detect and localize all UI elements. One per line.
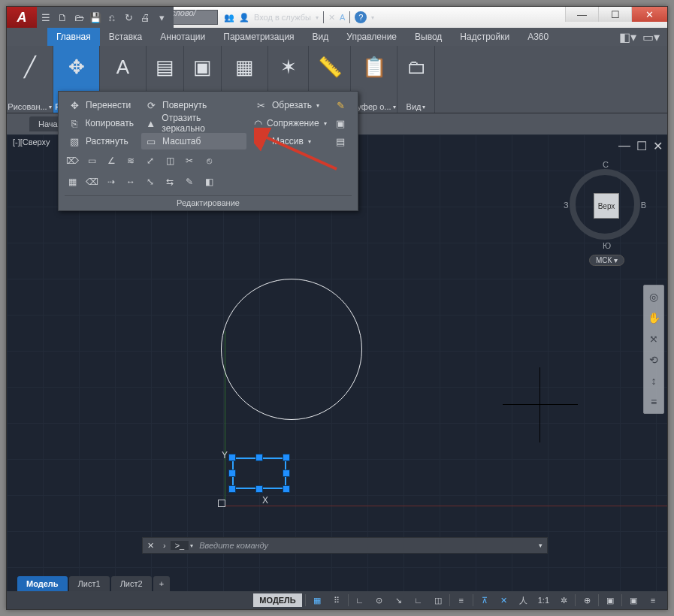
mi-7[interactable]: ⎋ [201,153,216,168]
panel-view[interactable]: 🗀 Вид▾ [397,46,435,113]
app-logo[interactable]: A [7,7,37,28]
mi-9[interactable]: ⌫ [84,174,99,189]
viewcube-north[interactable]: С [603,160,609,169]
mirror-command[interactable]: ▲ Отразить зеркально [141,111,246,135]
help-icon[interactable]: ? [355,11,367,23]
sb-annovisibility-toggle[interactable]: ✕ [496,593,512,608]
sb-workspace-toggle[interactable]: ✲ [555,593,572,608]
grip-mt[interactable] [255,454,263,461]
mi-0[interactable]: ⌦ [65,153,80,168]
tab-chooser-icon[interactable]: ◧▾ [619,30,636,44]
viewport-minimize-icon[interactable]: — [618,139,630,153]
tab-model[interactable]: Модель [17,576,68,591]
mi-2[interactable]: ∠ [104,153,119,168]
viewcube-face-top[interactable]: Верх [594,193,619,219]
array-command[interactable]: ⠿ Массив ▾ [251,133,326,149]
cmdline-history-icon[interactable]: › [159,541,171,550]
sb-osnap-toggle[interactable]: ◫ [430,593,446,608]
ucs-selector[interactable]: МСК ▾ [589,255,624,266]
sb-cleanscreen-toggle[interactable]: ▣ [625,593,642,608]
tab-a360[interactable]: A360 [518,28,558,46]
qat-redo-icon[interactable]: ↻ [121,10,136,25]
qat-undo-icon[interactable]: ⎌ [104,10,119,25]
tab-layout1[interactable]: Лист1 [69,576,110,591]
view-label[interactable]: [-][Сверху [13,137,50,146]
mi-13[interactable]: ⇆ [162,174,177,189]
circle-object[interactable] [221,279,362,420]
explode-command[interactable]: ▣ [331,115,350,131]
nav-orbit-icon[interactable]: ⟲ [645,352,662,368]
grip-mr[interactable] [283,470,290,477]
command-line[interactable]: ✕ › >_ ▾ Введите команду ▾ [142,537,548,554]
cmdline-close-icon[interactable]: ✕ [143,541,159,551]
move-command[interactable]: ✥ Перенести [65,97,137,113]
sb-modelspace[interactable]: МОДЕЛЬ [253,593,301,607]
qat-dropdown-icon[interactable]: ▾ [154,10,169,25]
erase-command[interactable]: ✎ [331,97,350,113]
mi-10[interactable]: ⇢ [104,174,119,189]
tab-layout2[interactable]: Лист2 [111,576,152,591]
ribbon-minimize-icon[interactable]: ▭▾ [642,30,660,44]
sb-ortho-toggle[interactable]: ∟ [352,593,368,608]
tab-insert[interactable]: Вставка [100,28,152,46]
mi-11[interactable]: ↔ [123,174,138,189]
copy-command[interactable]: ⎘ Копировать [65,115,137,131]
trim-command[interactable]: ✂ Обрезать ▾ [251,97,326,113]
viewport-close-icon[interactable]: ✕ [653,139,663,153]
mi-1[interactable]: ▭ [84,153,99,168]
tab-manage[interactable]: Управление [337,28,406,46]
stretch-command[interactable]: ▧ Растянуть [65,133,137,149]
tab-view[interactable]: Вид [304,28,338,46]
mi-8[interactable]: ▦ [65,174,80,189]
tab-add[interactable]: + [153,576,170,591]
mi-15[interactable]: ◧ [201,174,216,189]
exchange-icon[interactable]: ✕ [328,13,335,23]
minimize-button[interactable]: — [565,7,598,22]
mi-14[interactable]: ✎ [182,174,197,189]
cmdline-expand-icon[interactable]: ▾ [534,542,547,549]
nav-wheel-icon[interactable]: ◎ [645,288,662,305]
mi-5[interactable]: ◫ [162,153,177,168]
selected-rectangle[interactable] [232,457,286,489]
viewcube-west[interactable]: З [564,201,569,210]
sb-ws-switch[interactable]: ⊕ [579,593,595,608]
sb-lineweight-toggle[interactable]: ≡ [453,593,470,608]
view-cube[interactable]: Верх С Ю З В МСК ▾ [564,157,646,255]
sb-annomonitor-toggle[interactable]: 人 [515,593,532,608]
grip-br[interactable] [283,485,290,493]
maximize-button[interactable]: ☐ [598,7,631,22]
grip-tr[interactable] [283,454,290,461]
people-icon[interactable]: 👥 [224,13,234,23]
grip-tl[interactable] [228,454,236,461]
mi-4[interactable]: ⤢ [143,153,158,168]
sb-grid-toggle[interactable]: ▦ [309,593,325,608]
sb-customize-button[interactable]: ≡ [645,593,661,608]
nav-showmotion-icon[interactable]: ↕ [645,373,662,389]
sb-snap-toggle[interactable]: ⠿ [328,593,345,608]
nav-menu-icon[interactable]: ≡ [645,394,662,410]
tab-annotations[interactable]: Аннотации [151,28,214,46]
sb-scale-selector[interactable]: 1:1 [535,593,552,608]
offset-command[interactable]: ▤ [331,133,350,149]
panel-draw[interactable]: ╱ Рисован...▾ [7,46,53,113]
viewcube-south[interactable]: Ю [603,241,611,250]
qat-menu-icon[interactable]: ☰ [38,10,53,25]
tab-addins[interactable]: Надстройки [451,28,518,46]
qat-print-icon[interactable]: 🖨 [138,10,153,25]
close-button[interactable]: ✕ [631,7,667,22]
mi-3[interactable]: ≋ [123,153,138,168]
qat-new-icon[interactable]: 🗋 [55,10,70,25]
grip-mb[interactable] [255,485,263,493]
cmdline-input[interactable]: Введите команду [195,541,534,550]
viewcube-east[interactable]: В [641,201,646,210]
tab-output[interactable]: Вывод [406,28,451,46]
autodesk-a-icon[interactable]: A [340,13,345,22]
tab-parametric[interactable]: Параметризация [214,28,303,46]
sign-in-link[interactable]: Вход в службы [254,13,311,22]
nav-zoom-icon[interactable]: ⤧ [645,331,662,347]
viewport-maximize-icon[interactable]: ☐ [636,139,647,153]
fillet-command[interactable]: ◠ Сопряжение ▾ [251,115,326,131]
sb-otrack-toggle[interactable]: ∟ [410,593,427,608]
tab-home[interactable]: Главная [47,28,100,46]
qat-save-icon[interactable]: 💾 [88,10,103,25]
